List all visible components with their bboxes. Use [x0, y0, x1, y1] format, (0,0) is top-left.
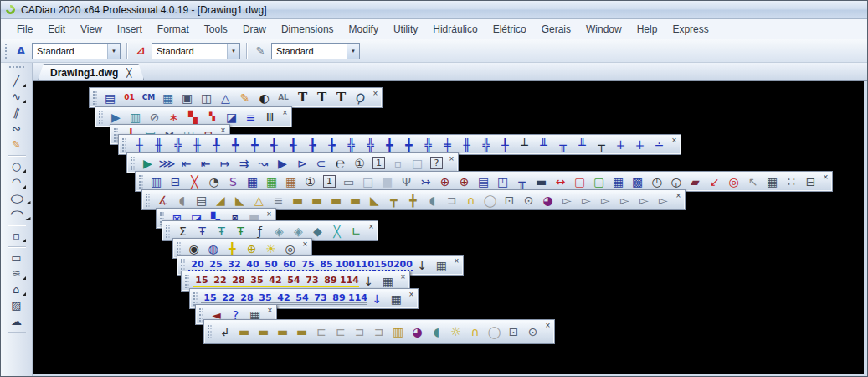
close-icon[interactable]: ×	[674, 191, 683, 200]
gray-arrow-icon[interactable]: ↖	[743, 173, 763, 190]
diameter-40[interactable]: 40	[244, 259, 262, 271]
chevron-down-icon[interactable]: ▼	[107, 44, 120, 59]
form-icon[interactable]: ▤	[100, 90, 120, 106]
corner-arrow-icon[interactable]: ↲	[215, 323, 234, 340]
toolbar-grip[interactable]	[166, 225, 170, 238]
close-icon[interactable]: ×	[452, 256, 461, 266]
circle-one-icon[interactable]: ①	[300, 173, 320, 190]
coil-tool-icon[interactable]: ≋	[6, 266, 28, 281]
diameter-89[interactable]: 89	[330, 292, 348, 305]
menu-item-express[interactable]: Express	[665, 21, 716, 38]
menu-item-dimensions[interactable]: Dimensions	[274, 21, 342, 38]
menu-item-hidrulico[interactable]: Hidráulico	[425, 21, 485, 38]
diameter-114[interactable]: 114	[340, 275, 359, 287]
wire-bend-3-icon[interactable]: ╊	[303, 137, 322, 153]
leader-style-combo-select[interactable]: Standard▼	[271, 43, 360, 59]
diameter-85[interactable]: 85	[317, 259, 336, 271]
close-icon[interactable]: ╳	[126, 69, 131, 77]
dimension-style-combo-select[interactable]: Standard▼	[152, 43, 240, 59]
wavy-arrow-icon[interactable]: ↝	[254, 155, 273, 172]
diameter-73[interactable]: 73	[311, 292, 330, 305]
menu-item-window[interactable]: Window	[578, 21, 629, 38]
diameter-54[interactable]: 54	[285, 275, 303, 287]
post-icon[interactable]: ╥	[512, 173, 532, 190]
cross-axes-icon[interactable]: ╳	[327, 223, 347, 240]
estimated-icon[interactable]: ℮	[331, 155, 350, 172]
diameter-200[interactable]: 200	[393, 259, 413, 271]
valve-arrow-3-icon[interactable]: ▻	[596, 192, 615, 209]
hatch-marks-icon[interactable]: Ⅲ	[260, 109, 280, 126]
feather-icon[interactable]: ◆	[308, 223, 327, 240]
title-bar[interactable]: CADian 2020 x64 Professional 4.0.19 - [D…	[1, 1, 867, 19]
help-icon[interactable]: ?	[430, 157, 443, 169]
menu-item-gerais[interactable]: Gerais	[534, 21, 578, 38]
chevron-down-icon[interactable]: ▼	[227, 44, 239, 59]
wire-dot-3-icon[interactable]: ∸	[650, 137, 669, 153]
cylinder-icon[interactable]: ▥	[146, 173, 166, 190]
corner-panel-icon[interactable]: ◰	[493, 173, 512, 190]
gray-fitting-1-icon[interactable]: ⊏	[311, 323, 331, 340]
wire-3-ticks-icon[interactable]: ╬	[168, 137, 187, 153]
checker-red-icon[interactable]: ▚	[183, 109, 203, 126]
diameter-35[interactable]: 35	[256, 292, 275, 305]
wire-multi-1-icon[interactable]: ╬	[342, 137, 361, 153]
wire-multi-4-icon[interactable]: ╋	[399, 137, 419, 153]
flange-icon[interactable]: ⊐	[442, 192, 461, 209]
ucs-axes-icon[interactable]: ∟	[347, 223, 366, 240]
diameter-42[interactable]: 42	[275, 292, 293, 305]
toolbar-grip[interactable]	[208, 325, 212, 338]
toolbar-grip[interactable]	[139, 175, 143, 188]
ruler-comb-icon[interactable]: ▥	[126, 109, 145, 126]
diameter-100[interactable]: 100	[336, 259, 355, 271]
cone-fitting-icon[interactable]: ◖	[172, 192, 192, 209]
wire-end-4-icon[interactable]: ╨	[573, 137, 592, 153]
wire-2-ticks-icon[interactable]: ╫	[149, 137, 168, 153]
column-teal-icon[interactable]: Ŧ	[212, 223, 231, 240]
hatch-tool-icon[interactable]: ▨	[6, 297, 28, 313]
diameter-73[interactable]: 73	[303, 275, 321, 287]
gem-alt-icon[interactable]: ◈	[289, 223, 308, 240]
purple-sphere-icon[interactable]: ◕	[538, 192, 557, 209]
table-icon[interactable]: ▦	[763, 173, 782, 190]
function-icon[interactable]: ƒ	[250, 223, 270, 240]
diameter-15[interactable]: 15	[193, 275, 211, 287]
wire-bend-4-icon[interactable]: ╊	[322, 137, 342, 153]
menu-item-eltrico[interactable]: Elétrico	[485, 21, 534, 38]
angle-icon[interactable]: ∡	[153, 192, 172, 209]
arrow-right-icon[interactable]: ↣	[416, 173, 435, 190]
valve-arrow-5-icon[interactable]: ▻	[634, 192, 654, 209]
gold-pipe-3-icon[interactable]: ▬	[273, 323, 292, 340]
column-green-icon[interactable]: Ŧ	[231, 223, 250, 240]
valve-arrow-1-icon[interactable]: ▻	[557, 192, 577, 209]
plug-icon[interactable]: ⊟	[166, 173, 185, 190]
toolbar-grip[interactable]	[122, 138, 126, 152]
window-panel-icon[interactable]: ⊟	[801, 173, 820, 190]
wire-4-ticks-icon[interactable]: ╫	[187, 137, 207, 153]
teal-cone-icon[interactable]: ◖	[427, 323, 446, 340]
menu-item-utility[interactable]: Utility	[386, 21, 425, 38]
wire-end-1-icon[interactable]: ┴	[515, 137, 534, 153]
toolbar-grip[interactable]	[5, 44, 8, 59]
filled-arrow-icon[interactable]: ▶	[273, 155, 292, 172]
point-tool-icon[interactable]: ▫	[6, 228, 28, 244]
wire-corner-1-icon[interactable]: ╀	[207, 137, 226, 153]
diameter-20[interactable]: 20	[188, 259, 207, 271]
gold-pipe-4-icon[interactable]: ▬	[292, 323, 311, 340]
toolbar-grip[interactable]	[146, 194, 150, 207]
cloud-tool-icon[interactable]: ☁	[6, 313, 28, 329]
datum-triangle-icon[interactable]: △	[216, 90, 235, 106]
diameter-75[interactable]: 75	[299, 259, 317, 271]
target-icon[interactable]: ⊕	[435, 173, 455, 190]
gold-pipe-2-icon[interactable]: ▬	[254, 323, 273, 340]
rainbow-arc-icon[interactable]: ∩	[461, 192, 480, 209]
close-icon[interactable]: ×	[371, 89, 380, 98]
gold-pipe-1-icon[interactable]: ▬	[234, 323, 254, 340]
circle-fitting-icon[interactable]: ◯	[480, 192, 500, 209]
wire-end-5-icon[interactable]: ┬	[592, 137, 611, 153]
rainbow-arc-icon[interactable]: ∩	[465, 323, 485, 340]
diameter-25[interactable]: 25	[207, 259, 225, 271]
menu-item-file[interactable]: File	[9, 21, 40, 38]
diameter-60[interactable]: 60	[280, 259, 299, 271]
half-circle-icon[interactable]: ◐	[254, 90, 274, 106]
toolbar-grip[interactable]	[185, 275, 189, 288]
